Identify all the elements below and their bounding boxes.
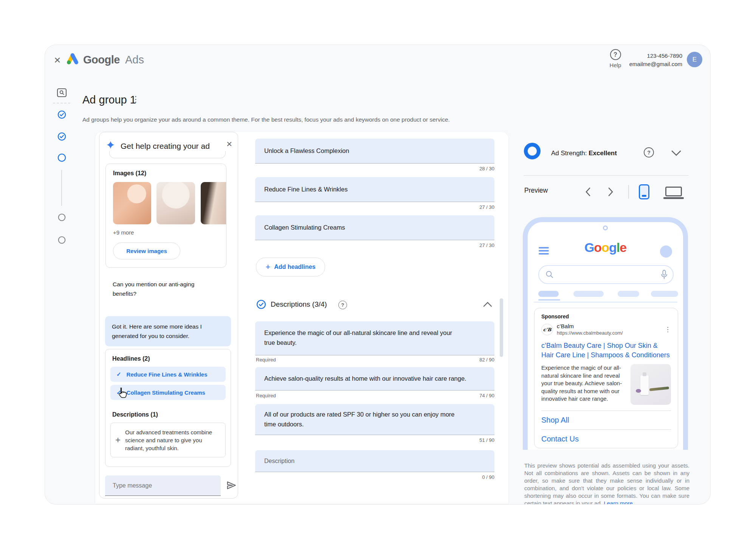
avatar[interactable]: E <box>687 52 702 67</box>
suggested-headline-text: Collagen Stimulating Creams <box>127 389 205 396</box>
description-input[interactable]: All of our products are rated SPF 30 or … <box>255 404 494 435</box>
disclaimer-text: This preview shows potential ads assembl… <box>524 462 689 505</box>
headline-counter: 28 / 30 <box>255 166 494 171</box>
ad-divider <box>541 411 671 411</box>
sidebar-divider <box>53 103 70 103</box>
descriptions-header: Descriptions (3/4) <box>271 300 327 309</box>
plus-icon: + <box>265 262 270 272</box>
advertiser-logo: c’B <box>541 324 553 335</box>
preview-disclaimer: This preview shows potential ads assembl… <box>524 462 689 505</box>
google-ads-modal-window: × Google Ads ? Help 123-456-7890 emailme… <box>45 45 711 505</box>
phone-tabs-divider <box>534 302 677 303</box>
sidebar-step-4-icon[interactable] <box>58 213 66 223</box>
headline-input[interactable]: Reduce Fine Lines & Wrinkles <box>255 177 494 202</box>
suggestions-card: Headlines (2) ✓ Reduce Fine Lines & Wrin… <box>105 349 231 467</box>
send-icon[interactable] <box>226 480 237 492</box>
preview-toolbar-divider <box>628 185 629 199</box>
description-counter: 0 / 90 <box>482 474 494 480</box>
sparkle-icon <box>106 140 115 151</box>
suggested-headline-chip[interactable]: ✓ Collagen Stimulating Creams <box>110 385 226 400</box>
desktop-preview-icon[interactable] <box>665 187 684 199</box>
add-headlines-button[interactable]: + Add headlines <box>256 258 325 276</box>
descriptions-help-icon[interactable]: ? <box>338 301 347 309</box>
search-filter-chip-active[interactable] <box>538 291 559 297</box>
headline-input[interactable]: Unlock a Flawless Complexion <box>255 139 494 164</box>
ad-body-row: Experience the magic of our all-natural … <box>541 364 671 405</box>
headline-counter: 27 / 30 <box>255 204 494 210</box>
page-title-kebab-icon[interactable]: ⋮ <box>132 95 140 103</box>
ad-headline-link[interactable]: c’Balm Beauty Care | Shop Our Skin & Hai… <box>541 341 671 360</box>
ad-divider <box>541 429 671 430</box>
phone-mockup: Google <box>523 217 688 450</box>
ad-editor-card: Get help creating your ad × Images (12) … <box>95 132 508 504</box>
chat-message-input[interactable] <box>105 475 221 496</box>
check-icon: ✓ <box>116 389 121 396</box>
ad-strength-chevron-down-icon[interactable] <box>671 150 681 157</box>
suggested-headline-chip[interactable]: ✓ Reduce Fine Lines & Wrinkles <box>110 367 226 382</box>
learn-more-link[interactable]: Learn more <box>604 500 633 505</box>
preview-prev-chevron-left-icon[interactable] <box>585 187 591 198</box>
description-meta: 51 / 90 <box>256 437 494 443</box>
check-icon: ✓ <box>116 371 121 378</box>
ad-strength-help-icon[interactable]: ? <box>644 147 654 157</box>
page-title: Ad group 1 <box>82 94 136 106</box>
description-input[interactable]: Experience the magic of our all-natural … <box>255 321 494 355</box>
ad-description-text: Experience the magic of our all-natural … <box>541 364 623 405</box>
sitelink-shop-all[interactable]: Shop All <box>541 416 671 425</box>
description-meta: Required82 / 90 <box>256 357 494 363</box>
search-filter-chip[interactable] <box>573 291 604 297</box>
images-card: Images (12) +9 more Review images <box>105 164 226 268</box>
bot-chat-text: Got it. Here are some more ideas I gener… <box>112 322 215 341</box>
images-count-label: Images (12) <box>113 170 146 177</box>
scrollbar-thumb[interactable] <box>500 298 503 357</box>
description-input-empty[interactable]: Description <box>255 450 494 472</box>
suggested-headline-text: Reduce Fine Lines & Wrinkles <box>127 371 208 378</box>
mic-icon[interactable] <box>661 270 668 281</box>
ad-strength-value: Excellent <box>589 150 617 157</box>
search-filter-chip[interactable] <box>618 291 639 297</box>
collapse-chevron-up-icon[interactable] <box>483 302 492 309</box>
suggested-description-item[interactable]: + Our advanced treatments combine scienc… <box>110 423 226 457</box>
preview-label: Preview <box>524 187 548 195</box>
page-subtitle: Ad groups help you organize your ads aro… <box>82 116 450 123</box>
ad-strength-label: Ad Strength: Excellent <box>551 150 617 157</box>
google-ads-logo-icon <box>65 52 80 68</box>
account-info: 123-456-7890 emailme@gmail.com <box>612 52 682 68</box>
user-chat-message: Can you mention our anti-aging benefits? <box>113 279 209 298</box>
required-label: Required <box>256 357 276 363</box>
image-thumbnail <box>201 182 226 224</box>
section-check-icon <box>256 299 266 311</box>
image-thumbnail <box>113 182 151 224</box>
headline-input[interactable]: Collagen Stimulating Creams <box>255 215 494 240</box>
suggested-headlines-label: Headlines (2) <box>112 355 150 362</box>
sidebar-step-3-current-icon[interactable] <box>57 153 66 164</box>
sidebar-search-icon[interactable] <box>57 88 67 99</box>
scrolled-card-remnant <box>109 151 226 158</box>
advertiser-row: c’B c’Balm https://www.cbalmbeauty.com/ … <box>541 323 671 336</box>
sidebar-step-1-complete-icon[interactable] <box>57 110 66 120</box>
ad-preview-card: Sponsored c’B c’Balm https://www.cbalmbe… <box>534 308 678 448</box>
ad-kebab-icon[interactable]: ⋮ <box>665 326 671 333</box>
sidebar-step-2-complete-icon[interactable] <box>57 132 66 142</box>
sidebar-step-5-icon[interactable] <box>58 236 66 245</box>
ad-product-image <box>631 364 671 405</box>
phone-search-input[interactable] <box>538 265 674 284</box>
more-images-label: +9 more <box>113 229 134 236</box>
brand-ads: Ads <box>125 54 144 66</box>
phone-avatar[interactable] <box>660 245 672 258</box>
assistant-close-icon[interactable]: × <box>226 138 232 150</box>
phone-preview-clip: Google <box>523 217 688 450</box>
search-filter-chip[interactable] <box>651 291 678 297</box>
assistant-panel: Get help creating your ad × Images (12) … <box>99 132 238 499</box>
review-images-button[interactable]: Review images <box>113 242 180 259</box>
search-icon <box>545 270 554 281</box>
close-icon[interactable]: × <box>54 54 61 66</box>
image-thumbnail <box>156 182 195 224</box>
mobile-preview-icon[interactable] <box>639 184 649 199</box>
preview-next-chevron-right-icon[interactable] <box>608 187 613 198</box>
description-meta: 0 / 90 <box>256 474 494 480</box>
advertiser-name: c’Balm <box>557 323 623 330</box>
assistant-title: Get help creating your ad <box>121 142 210 151</box>
description-input[interactable]: Achieve salon-quality results at home wi… <box>255 367 494 391</box>
sitelink-contact-us[interactable]: Contact Us <box>541 435 671 443</box>
